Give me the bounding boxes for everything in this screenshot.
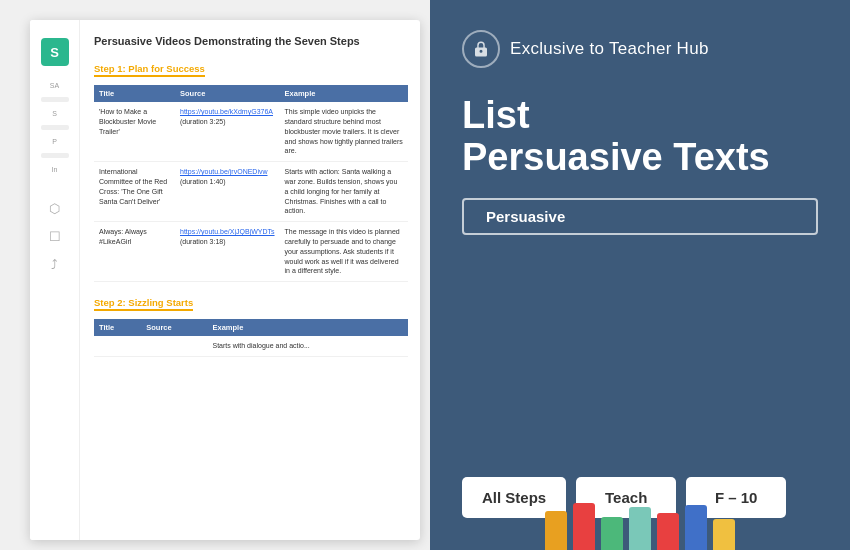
sidebar-divider2 bbox=[41, 125, 69, 130]
exclusive-badge: Exclusive to Teacher Hub bbox=[462, 30, 818, 68]
step2-row1-title bbox=[94, 336, 141, 356]
table-row: 'How to Make a Blockbuster Movie Trailer… bbox=[94, 102, 408, 161]
row3-example: The message in this video is planned car… bbox=[280, 222, 408, 282]
pencil-blue bbox=[685, 505, 707, 550]
step2-col-source: Source bbox=[141, 319, 207, 336]
sidebar-divider3 bbox=[41, 153, 69, 158]
doc-content: Persuasive Videos Demonstrating the Seve… bbox=[80, 20, 420, 540]
lock-icon-circle bbox=[462, 30, 500, 68]
lock-icon bbox=[472, 40, 490, 58]
col-example: Example bbox=[280, 85, 408, 102]
row2-source: https://youtu.be/jrvONEDivw (duration 1:… bbox=[175, 162, 280, 222]
row1-duration: (duration 3:25) bbox=[180, 118, 226, 125]
exclusive-text: Exclusive to Teacher Hub bbox=[510, 39, 709, 59]
sidebar-label-p: P bbox=[35, 138, 75, 145]
logo: S bbox=[41, 38, 69, 66]
bookmark-icon[interactable]: ☐ bbox=[47, 229, 63, 245]
table-row: Always: Always #LikeAGirl https://youtu.… bbox=[94, 222, 408, 282]
resource-subtype: Persuasive Texts bbox=[462, 138, 818, 176]
document-preview: S SA S P In ⬡ ☐ ⤴ Persuasive Videos Demo… bbox=[30, 20, 420, 540]
sidebar-label-s: S bbox=[35, 110, 75, 117]
row2-duration: (duration 1:40) bbox=[180, 178, 226, 185]
step2-row1-source bbox=[141, 336, 207, 356]
step2-row1-example: Starts with dialogue and actio... bbox=[207, 336, 408, 356]
row3-source: https://youtu.be/XjJQBjWYDTs (duration 3… bbox=[175, 222, 280, 282]
right-panel: Exclusive to Teacher Hub List Persuasive… bbox=[430, 0, 850, 550]
step2-col-example: Example bbox=[207, 319, 408, 336]
pencil-red bbox=[573, 503, 595, 550]
row1-example: This simple video unpicks the standard s… bbox=[280, 102, 408, 161]
row1-title: 'How to Make a Blockbuster Movie Trailer… bbox=[94, 102, 175, 161]
pencil-teal bbox=[629, 507, 651, 550]
table-row: International Committee of the Red Cross… bbox=[94, 162, 408, 222]
col-title: Title bbox=[94, 85, 175, 102]
sidebar-label-in: In bbox=[35, 166, 75, 173]
row2-link[interactable]: https://youtu.be/jrvONEDivw bbox=[180, 168, 268, 175]
step2-table: Title Source Example Starts with dialogu… bbox=[94, 319, 408, 357]
sidebar-label-sa: SA bbox=[35, 82, 75, 89]
pencil-yellow2 bbox=[713, 519, 735, 550]
table-row: Starts with dialogue and actio... bbox=[94, 336, 408, 356]
step2-col-title: Title bbox=[94, 319, 141, 336]
row1-source: https://youtu.be/kXdmyG376A (duration 3:… bbox=[175, 102, 280, 161]
resource-type: List bbox=[462, 96, 818, 134]
step1-header: Step 1: Plan for Success bbox=[94, 63, 205, 77]
export-icon[interactable]: ⤴ bbox=[47, 257, 63, 273]
pencil-red2 bbox=[657, 513, 679, 550]
sidebar-divider bbox=[41, 97, 69, 102]
doc-sidebar: S SA S P In ⬡ ☐ ⤴ bbox=[30, 20, 80, 540]
left-panel: S SA S P In ⬡ ☐ ⤴ Persuasive Videos Demo… bbox=[0, 0, 430, 550]
pencil-yellow bbox=[545, 511, 567, 550]
step1-table: Title Source Example 'How to Make a Bloc… bbox=[94, 85, 408, 282]
row3-title: Always: Always #LikeAGirl bbox=[94, 222, 175, 282]
pencil-green bbox=[601, 517, 623, 550]
row3-link[interactable]: https://youtu.be/XjJQBjWYDTs bbox=[180, 228, 275, 235]
share-icon[interactable]: ⬡ bbox=[47, 201, 63, 217]
document-title: Persuasive Videos Demonstrating the Seve… bbox=[94, 34, 408, 48]
tag-pill: Persuasive bbox=[462, 198, 818, 235]
col-source: Source bbox=[175, 85, 280, 102]
row1-link[interactable]: https://youtu.be/kXdmyG376A bbox=[180, 108, 273, 115]
row2-title: International Committee of the Red Cross… bbox=[94, 162, 175, 222]
step2-header: Step 2: Sizzling Starts bbox=[94, 297, 193, 311]
row2-example: Starts with action: Santa walking a war … bbox=[280, 162, 408, 222]
pencil-decoration bbox=[430, 500, 850, 550]
row3-duration: (duration 3:18) bbox=[180, 238, 226, 245]
